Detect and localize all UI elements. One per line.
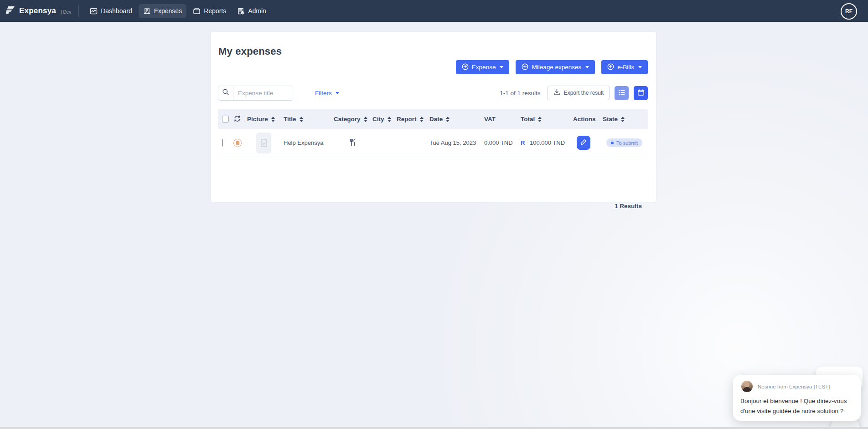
row-total: 100.000 TND xyxy=(530,139,565,146)
sort-icon xyxy=(621,117,625,122)
chevron-down-icon xyxy=(638,66,642,68)
receipt-icon xyxy=(143,7,151,15)
row-checkbox[interactable] xyxy=(222,139,223,147)
header-select-all xyxy=(218,116,232,123)
chevron-down-icon xyxy=(336,92,339,94)
export-label: Export the result xyxy=(564,90,604,96)
row-picture-cell xyxy=(246,133,283,153)
calendar-icon xyxy=(637,89,645,97)
user-avatar[interactable]: RF xyxy=(841,3,857,20)
row-total-cell: R 100.000 TND xyxy=(520,139,572,146)
refresh-button[interactable] xyxy=(232,115,246,124)
nav-item-expenses[interactable]: Expenses xyxy=(139,4,186,18)
nav-divider xyxy=(78,5,79,17)
state-dot-icon xyxy=(611,142,614,144)
chat-message: Bonjour et bienvenue ! Que diriez-vous d… xyxy=(740,396,852,416)
bottom-edge xyxy=(0,427,868,429)
plus-circle-icon xyxy=(462,63,469,72)
column-header-total[interactable]: Total xyxy=(520,116,572,123)
row-actions-cell xyxy=(572,136,602,150)
nav-item-label: Expenses xyxy=(154,7,182,15)
plus-circle-icon xyxy=(522,63,528,72)
row-vat: 0.000 TND xyxy=(483,139,520,146)
column-header-actions: Actions xyxy=(572,116,602,123)
add-expense-button[interactable]: Expense xyxy=(456,60,510,74)
column-header-vat: VAT xyxy=(483,116,520,123)
restaurant-icon xyxy=(349,141,356,148)
add-mileage-expenses-button[interactable]: Mileage expenses xyxy=(516,60,595,74)
button-label: e-Bills xyxy=(617,64,634,71)
calendar-view-toggle[interactable] xyxy=(634,86,648,100)
sort-icon xyxy=(420,117,424,122)
column-header-picture[interactable]: Picture xyxy=(246,116,283,123)
sort-icon xyxy=(364,117,367,122)
results-count: 1 Results xyxy=(615,203,642,209)
row-category-cell xyxy=(333,138,372,148)
sort-icon xyxy=(300,117,303,122)
search-button[interactable] xyxy=(218,86,233,100)
sort-icon xyxy=(446,117,450,122)
select-all-checkbox[interactable] xyxy=(222,116,229,123)
edit-expense-button[interactable] xyxy=(577,136,590,150)
search-group xyxy=(218,86,293,101)
folder-icon xyxy=(193,7,201,15)
chat-header: Nesrine from Expensya [TEST] xyxy=(741,381,853,392)
nav-item-dashboard[interactable]: Dashboard xyxy=(85,4,137,18)
button-label: Mileage expenses xyxy=(532,64,581,71)
state-label: To submit xyxy=(616,140,638,146)
plus-circle-icon xyxy=(607,63,614,72)
brand-name: Expensya xyxy=(19,6,56,15)
filters-dropdown[interactable]: Filters xyxy=(315,90,339,97)
column-header-report[interactable]: Report xyxy=(396,116,429,123)
page-title: My expenses xyxy=(218,46,282,57)
nav-item-label: Dashboard xyxy=(101,7,132,15)
refresh-icon xyxy=(233,115,241,124)
export-result-button[interactable]: Export the result xyxy=(548,86,610,100)
sort-icon xyxy=(271,117,275,122)
results-summary: 1-1 of 1 results xyxy=(500,90,540,97)
chevron-down-icon xyxy=(500,66,503,68)
chevron-down-icon xyxy=(585,66,589,68)
state-badge[interactable]: To submit xyxy=(606,138,642,147)
column-header-title[interactable]: Title xyxy=(283,116,333,123)
search-icon xyxy=(222,88,229,97)
row-select-cell xyxy=(218,139,232,146)
row-status-cell xyxy=(232,139,246,147)
pencil-icon xyxy=(580,139,587,147)
toolbar-right: 1-1 of 1 results Export the result xyxy=(500,86,648,100)
expense-actions: Expense Mileage expenses e-Bills xyxy=(456,60,648,74)
chat-sender: Nesrine from Expensya [TEST] xyxy=(758,384,830,389)
chat-popup[interactable]: Nesrine from Expensya [TEST] Bonjour et … xyxy=(733,375,861,421)
nav-item-reports[interactable]: Reports xyxy=(188,4,231,18)
add-ebills-button[interactable]: e-Bills xyxy=(601,60,648,74)
column-header-city[interactable]: City xyxy=(372,116,396,123)
nav-item-admin[interactable]: Admin xyxy=(232,4,271,18)
dashboard-icon xyxy=(90,7,98,15)
table-row[interactable]: Help Expensya Tue Aug 15, 2023 0.000 TND… xyxy=(218,129,648,157)
button-label: Expense xyxy=(472,64,496,71)
sort-icon xyxy=(388,117,391,122)
column-header-date[interactable]: Date xyxy=(429,116,483,123)
brand[interactable]: Expensya | Dev xyxy=(0,5,71,17)
nav-item-label: Reports xyxy=(204,7,226,15)
nav-item-label: Admin xyxy=(248,7,266,15)
filters-label: Filters xyxy=(315,90,332,97)
expenses-table: Picture Title Category City Report Date … xyxy=(218,109,648,157)
admin-gear-icon xyxy=(237,7,245,15)
list-view-toggle[interactable] xyxy=(615,86,629,100)
column-header-category[interactable]: Category xyxy=(333,116,372,123)
row-title[interactable]: Help Expensya xyxy=(283,139,333,146)
top-navbar: Expensya | Dev Dashboard Expenses Report… xyxy=(0,0,868,22)
table-header-row: Picture Title Category City Report Date … xyxy=(218,109,648,129)
column-header-state[interactable]: State xyxy=(602,116,648,123)
row-state-cell: To submit xyxy=(602,138,648,147)
row-date: Tue Aug 15, 2023 xyxy=(429,139,483,146)
pending-status-icon xyxy=(233,139,242,147)
download-icon xyxy=(553,89,560,97)
list-toolbar: Filters 1-1 of 1 results Export the resu… xyxy=(218,85,648,101)
expensya-logo-icon xyxy=(5,5,16,17)
expense-title-search-input[interactable] xyxy=(233,86,293,100)
env-label: | Dev xyxy=(61,8,71,15)
receipt-thumbnail[interactable] xyxy=(256,133,271,153)
my-expenses-card: My expenses Expense Mileage expenses e-B… xyxy=(211,32,656,202)
